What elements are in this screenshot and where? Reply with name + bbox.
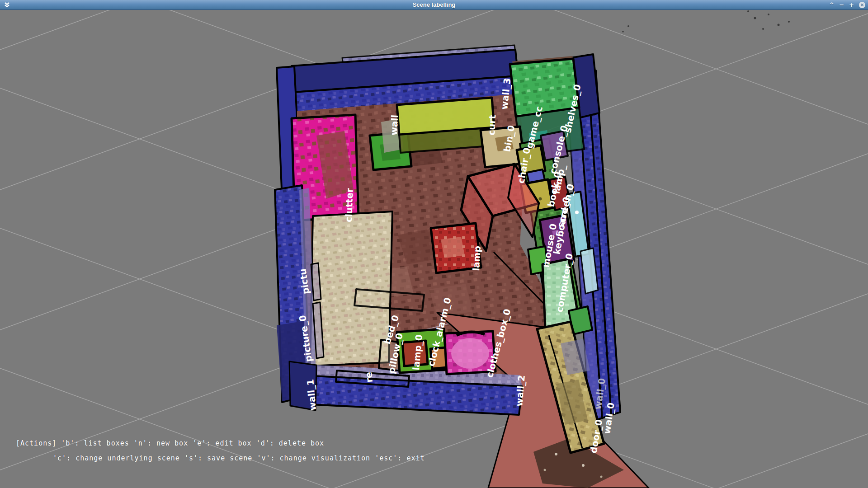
label-wall: wall [388, 114, 400, 136]
help-line-actions: [Actions] 'b': list boxes 'n': new box '… [16, 439, 324, 447]
double-chevron-down-icon [4, 2, 10, 8]
screen-glint [575, 211, 579, 214]
clothes-blob [451, 338, 489, 369]
window-controls: ^ − + ✕ [829, 0, 865, 9]
help-line-keys: 'c': change underlying scene 's': save s… [53, 454, 425, 462]
window-menu-button[interactable] [3, 1, 10, 9]
label-lamp-floor: lamp [471, 246, 483, 272]
close-button[interactable]: ✕ [859, 2, 865, 8]
shade-button[interactable]: ^ [829, 2, 834, 8]
minimize-button[interactable]: − [839, 2, 844, 8]
window-titlebar[interactable]: Scene labelling ^ − + ✕ [0, 0, 868, 10]
scene-viewport[interactable]: wall wall_3 shelves_0 curt clutter pictu… [0, 0, 868, 488]
maximize-button[interactable]: + [849, 2, 854, 8]
label-furniture: re [363, 371, 375, 383]
lamp-highlight [441, 237, 465, 258]
label-clutter: clutter [343, 188, 355, 222]
label-curtain: curt [486, 114, 498, 136]
window-title: Scene labelling [413, 1, 456, 8]
book-spot2 [539, 197, 542, 201]
application-window: Scene labelling ^ − + ✕ [0, 0, 868, 488]
